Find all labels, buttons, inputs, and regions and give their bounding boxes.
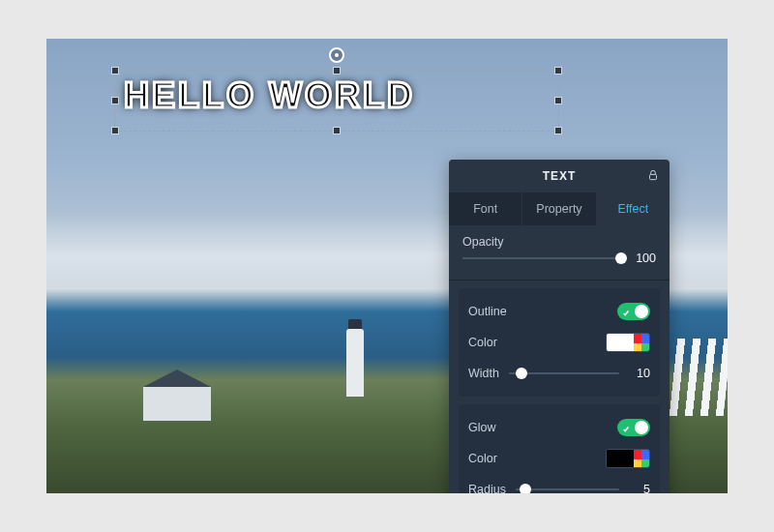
resize-handle-tl[interactable] — [111, 67, 119, 74]
tab-effect[interactable]: Effect — [597, 192, 670, 225]
opacity-section: Opacity 100 — [449, 225, 670, 274]
canvas-text[interactable]: HELLO WORLD — [124, 75, 415, 116]
resize-handle-tm[interactable] — [333, 67, 341, 74]
resize-handle-tr[interactable] — [554, 67, 562, 74]
outline-color-label: Color — [468, 336, 497, 349]
outline-width-label: Width — [468, 367, 499, 380]
glow-color-label: Color — [468, 452, 497, 465]
glow-radius-value: 5 — [629, 483, 650, 493]
divider — [449, 280, 670, 281]
glow-group: Glow Color Radius — [459, 404, 660, 493]
outline-group: Outline Color Width — [459, 288, 660, 397]
glow-color-swatch[interactable] — [606, 449, 650, 468]
resize-handle-bl[interactable] — [111, 127, 119, 134]
color-picker-icon[interactable] — [634, 450, 649, 467]
color-picker-icon[interactable] — [634, 334, 649, 351]
outline-width-value: 10 — [629, 367, 650, 380]
opacity-label: Opacity — [462, 235, 656, 249]
outline-color-value — [607, 334, 634, 351]
tab-property[interactable]: Property — [522, 192, 596, 225]
resize-handle-ml[interactable] — [111, 97, 119, 104]
outline-color-swatch[interactable] — [606, 333, 650, 352]
text-panel: TEXT Font Property Effect Opacity 100 — [449, 160, 670, 493]
opacity-slider[interactable] — [462, 251, 627, 266]
glow-color-value — [607, 450, 634, 467]
resize-handle-mr[interactable] — [554, 97, 562, 104]
glow-label: Glow — [468, 421, 495, 434]
panel-tabs: Font Property Effect — [449, 192, 670, 225]
panel-title: TEXT — [543, 169, 577, 183]
glow-radius-slider[interactable] — [516, 482, 619, 493]
outline-width-slider[interactable] — [509, 366, 619, 381]
outline-label: Outline — [468, 305, 507, 318]
glow-toggle[interactable] — [617, 419, 650, 436]
bg-house — [143, 387, 211, 421]
lock-icon[interactable] — [646, 168, 660, 182]
outline-toggle[interactable] — [617, 303, 650, 320]
bg-lighthouse — [346, 329, 364, 397]
panel-header: TEXT — [449, 160, 670, 192]
resize-handle-br[interactable] — [554, 127, 562, 134]
editor-canvas[interactable]: HELLO WORLD TEXT Font Property Effect Op… — [46, 39, 728, 493]
glow-radius-label: Radius — [468, 483, 506, 493]
tab-font[interactable]: Font — [449, 192, 522, 225]
resize-handle-bm[interactable] — [333, 127, 341, 134]
svg-rect-0 — [650, 174, 657, 179]
opacity-value: 100 — [635, 251, 656, 265]
rotate-handle-icon[interactable] — [329, 47, 344, 63]
